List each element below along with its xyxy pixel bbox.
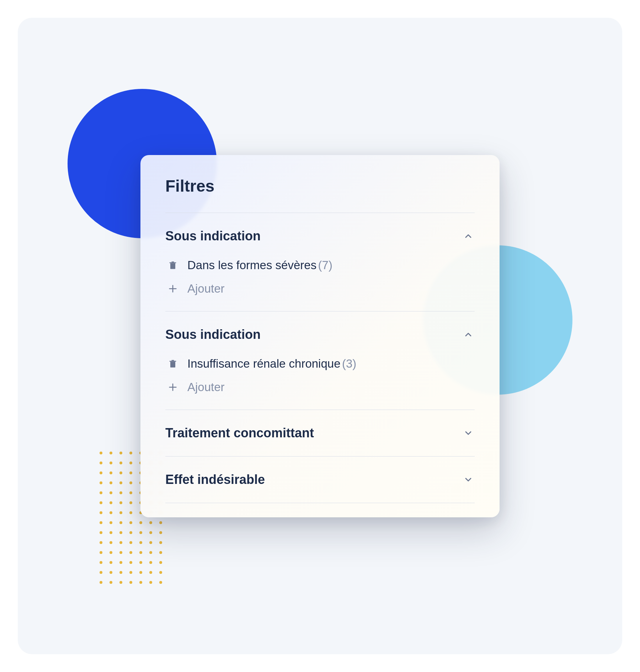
chevron-up-icon	[462, 328, 475, 341]
chevron-down-icon	[462, 427, 475, 439]
add-filter-button[interactable]: Ajouter	[165, 277, 475, 295]
filter-item-text: Insuffisance rénale chronique (3)	[187, 357, 356, 370]
plus-icon	[167, 284, 179, 294]
filter-item[interactable]: Dans les formes sévères (7)	[165, 255, 475, 276]
filter-item-label: Insuffisance rénale chronique	[187, 357, 341, 370]
filter-item-count: (7)	[318, 258, 332, 272]
add-filter-label: Ajouter	[187, 282, 225, 295]
section-title: Traitement concomittant	[165, 426, 314, 441]
divider	[165, 503, 475, 503]
section-title: Sous indication	[165, 229, 261, 244]
section-body: Insuffisance rénale chronique (3) Ajoute…	[165, 353, 475, 394]
section-body: Dans les formes sévères (7) Ajouter	[165, 255, 475, 295]
filter-item-text: Dans les formes sévères (7)	[187, 258, 332, 272]
trash-icon[interactable]	[167, 260, 179, 271]
panel-title: Filtres	[165, 176, 475, 196]
plus-icon	[167, 382, 179, 392]
filter-section-effet: Effet indésirable	[165, 457, 475, 503]
section-title: Effet indésirable	[165, 472, 265, 487]
stage-background: Filtres Sous indication Dans les formes …	[18, 18, 622, 654]
section-header[interactable]: Sous indication	[165, 229, 475, 244]
section-header[interactable]: Effet indésirable	[165, 472, 475, 487]
trash-icon[interactable]	[167, 358, 179, 369]
filter-section-sous-indication-1: Sous indication Dans les formes sévères …	[165, 213, 475, 311]
chevron-up-icon	[462, 230, 475, 242]
filter-section-traitement: Traitement concomittant	[165, 410, 475, 456]
filter-section-sous-indication-2: Sous indication Insuffisance rénale chro…	[165, 311, 475, 410]
section-header[interactable]: Sous indication	[165, 327, 475, 342]
section-title: Sous indication	[165, 327, 261, 342]
filters-panel: Filtres Sous indication Dans les formes …	[140, 155, 500, 517]
add-filter-button[interactable]: Ajouter	[165, 375, 475, 394]
filter-item-count: (3)	[342, 357, 356, 370]
chevron-down-icon	[462, 473, 475, 486]
add-filter-label: Ajouter	[187, 380, 225, 394]
section-header[interactable]: Traitement concomittant	[165, 426, 475, 441]
filter-item-label: Dans les formes sévères	[187, 258, 316, 272]
filter-item[interactable]: Insuffisance rénale chronique (3)	[165, 353, 475, 374]
